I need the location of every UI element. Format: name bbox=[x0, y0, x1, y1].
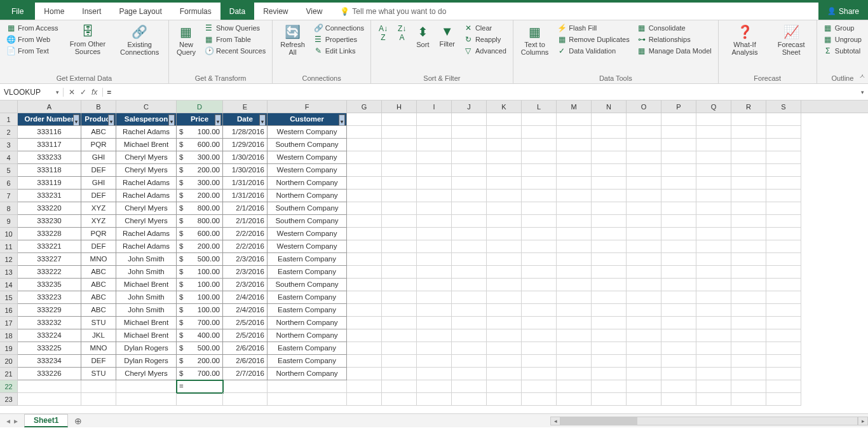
cell[interactable] bbox=[627, 139, 661, 151]
cell[interactable] bbox=[452, 317, 487, 329]
cell[interactable] bbox=[382, 291, 417, 304]
cell[interactable]: ABC bbox=[81, 266, 116, 279]
cell[interactable] bbox=[627, 240, 661, 253]
consolidate-button[interactable]: ▦Consolidate bbox=[636, 23, 713, 33]
cell[interactable] bbox=[557, 253, 592, 266]
cell[interactable] bbox=[347, 380, 382, 393]
cell[interactable] bbox=[487, 164, 522, 177]
cell[interactable] bbox=[592, 279, 627, 291]
cell[interactable] bbox=[766, 113, 801, 126]
cell[interactable] bbox=[522, 151, 557, 164]
cell[interactable]: PQR bbox=[81, 228, 116, 240]
cell[interactable] bbox=[382, 240, 417, 253]
column-header-E[interactable]: E bbox=[223, 100, 268, 113]
cell[interactable] bbox=[382, 190, 417, 202]
cell[interactable] bbox=[382, 215, 417, 228]
relationships-button[interactable]: ⊶Relationships bbox=[636, 34, 713, 45]
row-header-12[interactable]: 12 bbox=[0, 253, 17, 266]
cell[interactable] bbox=[592, 291, 627, 304]
cell[interactable]: Eastern Company bbox=[268, 342, 347, 355]
cell[interactable] bbox=[487, 151, 522, 164]
cell[interactable] bbox=[487, 190, 522, 202]
cell[interactable] bbox=[452, 151, 487, 164]
cell[interactable]: Cheryl Myers bbox=[116, 164, 177, 177]
cell[interactable] bbox=[731, 317, 766, 329]
cell[interactable]: Western Company bbox=[268, 228, 347, 240]
cell[interactable] bbox=[487, 126, 522, 139]
cell[interactable] bbox=[696, 228, 731, 240]
cell[interactable]: John Smith bbox=[116, 253, 177, 266]
cell[interactable] bbox=[347, 228, 382, 240]
row-header-9[interactable]: 9 bbox=[0, 215, 17, 228]
group-button[interactable]: ▦Group bbox=[822, 23, 863, 33]
cell[interactable]: 1/28/2016 bbox=[223, 126, 268, 139]
cell[interactable] bbox=[661, 139, 696, 151]
cell[interactable]: 2/4/2016 bbox=[223, 291, 268, 304]
cell[interactable] bbox=[731, 279, 766, 291]
cell[interactable] bbox=[627, 164, 661, 177]
cell[interactable] bbox=[417, 164, 452, 177]
cell[interactable]: Northern Company bbox=[268, 317, 347, 329]
cell[interactable]: 2/1/2016 bbox=[223, 202, 268, 215]
cell[interactable] bbox=[696, 317, 731, 329]
sheet-nav-prev-icon[interactable]: ◂ bbox=[6, 417, 10, 425]
cell[interactable] bbox=[417, 177, 452, 190]
cell[interactable]: Northern Company bbox=[268, 177, 347, 190]
cell[interactable] bbox=[452, 266, 487, 279]
cell[interactable]: 2/3/2016 bbox=[223, 279, 268, 291]
cell[interactable] bbox=[627, 202, 661, 215]
cell[interactable]: 1/30/2016 bbox=[223, 151, 268, 164]
cell[interactable] bbox=[487, 291, 522, 304]
cell[interactable] bbox=[766, 190, 801, 202]
cell[interactable] bbox=[696, 393, 731, 406]
cell[interactable]: ABC bbox=[81, 279, 116, 291]
existing-connections-button[interactable]: 🔗Existing Connections bbox=[116, 23, 163, 57]
cell[interactable] bbox=[731, 151, 766, 164]
cell[interactable] bbox=[452, 342, 487, 355]
cell[interactable] bbox=[522, 368, 557, 380]
cell[interactable] bbox=[417, 355, 452, 368]
cell[interactable]: $400.00 bbox=[177, 329, 223, 342]
cell[interactable]: 333119 bbox=[18, 177, 81, 190]
cell[interactable]: ABC bbox=[81, 291, 116, 304]
cell[interactable]: STU bbox=[81, 317, 116, 329]
cell[interactable] bbox=[557, 190, 592, 202]
cell[interactable] bbox=[487, 177, 522, 190]
cell[interactable] bbox=[347, 355, 382, 368]
cell[interactable] bbox=[731, 126, 766, 139]
cell[interactable] bbox=[661, 202, 696, 215]
from-table-button[interactable]: ▦From Table bbox=[203, 34, 267, 45]
sheet-nav-next-icon[interactable]: ▸ bbox=[14, 417, 18, 425]
cell[interactable] bbox=[18, 393, 81, 406]
cell[interactable]: Dylan Rogers bbox=[116, 355, 177, 368]
cell[interactable]: $100.00 bbox=[177, 266, 223, 279]
cell[interactable]: 333224 bbox=[18, 329, 81, 342]
cell[interactable] bbox=[452, 228, 487, 240]
cell[interactable] bbox=[661, 304, 696, 317]
cell[interactable] bbox=[522, 329, 557, 342]
cell[interactable] bbox=[452, 253, 487, 266]
sheet-tab[interactable]: Sheet1 bbox=[24, 414, 68, 427]
cell[interactable] bbox=[766, 329, 801, 342]
column-header-F[interactable]: F bbox=[268, 100, 347, 113]
home-tab[interactable]: Home bbox=[35, 3, 73, 20]
column-header-G[interactable]: G bbox=[347, 100, 382, 113]
cell[interactable]: Michael Brent bbox=[116, 139, 177, 151]
cell[interactable] bbox=[627, 355, 661, 368]
cell[interactable] bbox=[766, 291, 801, 304]
cell[interactable] bbox=[661, 317, 696, 329]
cell[interactable] bbox=[592, 215, 627, 228]
cell[interactable] bbox=[116, 393, 177, 406]
cell[interactable] bbox=[696, 279, 731, 291]
spreadsheet-grid[interactable]: ABCDEFGHIJKLMNOPQRS 12345678910111213141… bbox=[0, 100, 868, 413]
cell[interactable]: Rachel Adams bbox=[116, 126, 177, 139]
cell[interactable] bbox=[592, 266, 627, 279]
collapse-ribbon-icon[interactable]: ㅅ bbox=[859, 72, 865, 81]
cell[interactable] bbox=[557, 368, 592, 380]
row-header-13[interactable]: 13 bbox=[0, 266, 17, 279]
cell[interactable]: = bbox=[177, 380, 223, 393]
column-header-H[interactable]: H bbox=[382, 100, 417, 113]
cell[interactable]: 2/2/2016 bbox=[223, 240, 268, 253]
cell[interactable] bbox=[382, 355, 417, 368]
cell[interactable] bbox=[766, 380, 801, 393]
